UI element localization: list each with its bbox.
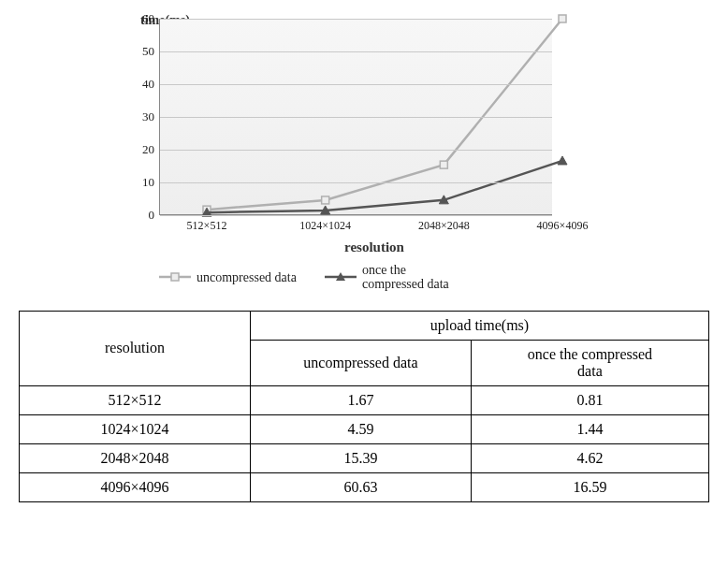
y-tick-label: 0 bbox=[128, 208, 154, 223]
legend-label: uncompressed data bbox=[197, 270, 297, 284]
table-cell: 4.62 bbox=[471, 443, 708, 472]
table-column-header: once the compresseddata bbox=[471, 340, 708, 385]
plot-area: 0102030405060512×5121024×10242048×204840… bbox=[159, 19, 552, 215]
table-header-group: upload time(ms) bbox=[251, 311, 709, 340]
x-axis-label: resolution bbox=[159, 239, 590, 255]
x-tick-label: 4096×4096 bbox=[537, 219, 589, 233]
x-tick-label: 2048×2048 bbox=[418, 219, 470, 233]
x-tick-label: 1024×1024 bbox=[299, 219, 351, 233]
svg-rect-1 bbox=[322, 196, 329, 204]
table-cell: 1.67 bbox=[251, 385, 472, 414]
grid-line bbox=[160, 215, 552, 216]
grid-line bbox=[160, 117, 552, 118]
table-row-label: 512×512 bbox=[20, 385, 251, 414]
data-table: resolution upload time(ms) uncompressed … bbox=[19, 311, 709, 502]
table-cell: 15.39 bbox=[251, 443, 472, 472]
table-row-label: 2048×2048 bbox=[20, 443, 251, 472]
table-cell: 16.59 bbox=[471, 472, 708, 501]
grid-line bbox=[160, 150, 552, 151]
table-row-label: 1024×1024 bbox=[20, 414, 251, 443]
legend-item: once thecompressed data bbox=[325, 263, 449, 292]
svg-rect-3 bbox=[559, 15, 566, 22]
grid-line bbox=[160, 51, 552, 52]
y-tick-label: 30 bbox=[128, 109, 154, 124]
y-tick-label: 20 bbox=[128, 142, 154, 157]
table-row: 512×5121.670.81 bbox=[20, 385, 709, 414]
table-column-header: uncompressed data bbox=[251, 340, 472, 385]
table-cell: 1.44 bbox=[471, 414, 708, 443]
table-row-header: resolution bbox=[20, 311, 251, 385]
y-tick-label: 40 bbox=[128, 77, 154, 92]
grid-line bbox=[160, 182, 552, 183]
y-tick-label: 50 bbox=[128, 44, 154, 59]
table-cell: 60.63 bbox=[251, 472, 472, 501]
line-chart: time(ms) 0102030405060512×5121024×102420… bbox=[103, 19, 590, 292]
table-row-label: 4096×4096 bbox=[20, 472, 251, 501]
table-cell: 0.81 bbox=[471, 385, 708, 414]
svg-marker-7 bbox=[558, 156, 567, 165]
grid-line bbox=[160, 84, 552, 85]
legend-item: uncompressed data bbox=[159, 263, 297, 292]
grid-line bbox=[160, 19, 552, 20]
table-row: 1024×10244.591.44 bbox=[20, 414, 709, 443]
table-row: 4096×409660.6316.59 bbox=[20, 472, 709, 501]
svg-rect-2 bbox=[440, 161, 447, 168]
table-cell: 4.59 bbox=[251, 414, 472, 443]
y-tick-label: 60 bbox=[128, 11, 154, 26]
y-tick-label: 10 bbox=[128, 175, 154, 190]
svg-rect-9 bbox=[171, 273, 179, 281]
x-tick-label: 512×512 bbox=[187, 219, 227, 233]
legend-label: once thecompressed data bbox=[362, 263, 449, 292]
table-row: 2048×204815.394.62 bbox=[20, 443, 709, 472]
chart-legend: uncompressed dataonce thecompressed data bbox=[159, 263, 590, 292]
